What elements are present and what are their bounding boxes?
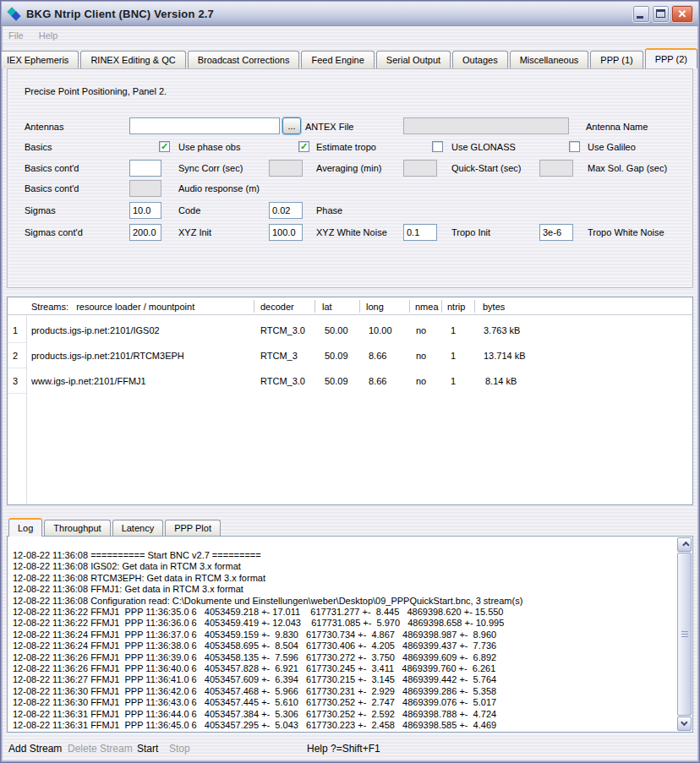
row-mountpoint: www.igs-ip.net:2101/FFMJ1 (31, 376, 146, 386)
tab-rinex-editing-qc[interactable]: RINEX Editing & QC (80, 51, 185, 68)
xyz-init-input[interactable] (129, 224, 161, 241)
header-mountpoint: Streams: resource loader / mountpoint (31, 302, 194, 312)
stream-row-3[interactable]: 3 www.igs-ip.net:2101/FFMJ1 RTCM_3.0 50.… (8, 368, 692, 394)
tab-outages[interactable]: Outages (452, 51, 508, 68)
quick-start-label: Quick-Start (sec) (451, 163, 522, 173)
sigma-phase-label: Phase (316, 205, 342, 215)
row-long: 10.00 (369, 325, 392, 335)
row-decoder: RTCM_3 (260, 351, 298, 361)
tab-ppp-1[interactable]: PPP (1) (590, 51, 643, 68)
antex-file-label: ANTEX File (305, 122, 353, 132)
sync-corr-input[interactable] (129, 160, 161, 177)
tropo-white-noise-input[interactable] (539, 224, 573, 241)
start-button[interactable]: Start (137, 743, 158, 755)
log-output: 12-08-22 11:36:08 ========== Start BNC v… (7, 536, 693, 733)
row-lat: 50.09 (325, 376, 348, 386)
quick-start-input (403, 160, 437, 177)
basics-contd2-label: Basics cont'd (25, 183, 79, 193)
stream-row-1[interactable]: 1 products.igs-ip.net:2101/IGS02 RTCM_3.… (8, 318, 692, 343)
log-line: 12-08-22 11:36:22 FFMJ1 PPP 11:36:35.0 6… (13, 607, 674, 618)
streams-table: Streams: resource loader / mountpoint de… (7, 297, 693, 505)
chevron-up-icon (682, 541, 689, 548)
sync-corr-label: Sync Corr (sec) (178, 163, 243, 173)
help-hint: Help ?=Shift+F1 (307, 743, 380, 755)
header-lat: lat (322, 302, 332, 312)
scroll-down-button[interactable] (677, 717, 692, 731)
tab-serial-output[interactable]: Serial Output (376, 51, 451, 68)
tab-latency[interactable]: Latency (112, 520, 164, 537)
maximize-button[interactable] (652, 5, 670, 23)
row-mountpoint: products.igs-ip.net:2101/IGS02 (31, 325, 160, 335)
antex-browse-button[interactable]: ... (282, 117, 301, 134)
xyz-white-noise-input[interactable] (269, 224, 303, 241)
row-ntrip: 1 (451, 351, 456, 361)
header-bytes: bytes (483, 302, 505, 312)
tropo-init-input[interactable] (403, 224, 437, 241)
row-lat: 50.09 (325, 351, 348, 361)
tab-log[interactable]: Log (8, 518, 42, 537)
log-line: 12-08-22 11:36:31 FFMJ1 PPP 11:36:44.0 6… (13, 709, 674, 720)
tab-ppp-2[interactable]: PPP (2) (645, 48, 697, 68)
ppp2-panel: Precise Point Positioning, Panel 2. Ante… (7, 68, 693, 288)
row-mountpoint: products.igs-ip.net:2101/RTCM3EPH (31, 351, 184, 361)
header-long: long (366, 302, 384, 312)
tropo-white-noise-label: Tropo White Noise (588, 227, 664, 237)
estimate-tropo-checkbox[interactable] (298, 141, 309, 152)
stop-button: Stop (169, 743, 190, 755)
menu-file[interactable]: File (8, 30, 24, 41)
tab-feed-engine[interactable]: Feed Engine (301, 51, 374, 68)
panel-title: Precise Point Positioning, Panel 2. (25, 86, 167, 96)
menu-help[interactable]: Help (39, 30, 58, 41)
add-stream-button[interactable]: Add Stream (8, 743, 62, 755)
chevron-down-icon (681, 718, 687, 725)
use-phase-obs-checkbox[interactable] (159, 141, 170, 152)
streams-table-header: Streams: resource loader / mountpoint de… (8, 297, 692, 315)
row-nmea: no (416, 325, 426, 335)
row-ntrip: 1 (451, 376, 456, 386)
minimize-icon (637, 16, 643, 19)
scroll-up-button[interactable] (677, 537, 692, 552)
row-index: 1 (8, 318, 26, 343)
tab-bar: IEX Ephemeris RINEX Editing & QC Broadca… (2, 49, 699, 68)
tab-rinex-ephemeris[interactable]: IEX Ephemeris (2, 51, 79, 68)
stream-row-2[interactable]: 2 products.igs-ip.net:2101/RTCM3EPH RTCM… (8, 343, 692, 368)
tab-miscellaneous[interactable]: Miscellaneous (510, 51, 589, 68)
averaging-input (269, 160, 303, 177)
row-index: 2 (8, 343, 26, 368)
row-bytes: 8.14 kB (485, 376, 517, 386)
basics-contd1-label: Basics cont'd (25, 163, 79, 173)
log-line: 12-08-22 11:36:27 FFMJ1 PPP 11:36:41.0 6… (13, 674, 674, 685)
use-galileo-checkbox[interactable] (569, 141, 580, 152)
row-long: 8.66 (369, 351, 386, 361)
row-decoder: RTCM_3.0 (260, 376, 305, 386)
scrollbar-thumb[interactable] (677, 553, 692, 716)
close-button[interactable]: ✕ (671, 5, 693, 23)
minimize-button[interactable] (632, 5, 650, 23)
tab-ppp-plot[interactable]: PPP Plot (165, 520, 221, 537)
row-nmea: no (416, 376, 426, 386)
log-line: 12-08-22 11:36:24 FFMJ1 PPP 11:36:37.0 6… (13, 629, 674, 640)
sigmas-label: Sigmas (25, 205, 56, 215)
antenna-name-input (403, 117, 569, 134)
sigma-phase-input[interactable] (269, 202, 303, 219)
basics-label: Basics (25, 142, 52, 152)
max-sol-gap-label: Max Sol. Gap (sec) (588, 163, 667, 173)
use-glonass-checkbox[interactable] (432, 141, 443, 152)
log-line: 12-08-22 11:36:08 FFMJ1: Get data in RTC… (13, 584, 674, 595)
log-line: 12-08-22 11:36:31 FFMJ1 PPP 11:36:45.0 6… (13, 720, 674, 731)
menu-bar: File Help (3, 26, 697, 45)
title-bar: BKG Ntrip Client (BNC) Version 2.7 ✕ (2, 2, 698, 26)
tab-broadcast-corrections[interactable]: Broadcast Corrections (188, 51, 300, 68)
row-decoder: RTCM_3.0 (260, 325, 305, 335)
antennas-input[interactable] (129, 117, 280, 134)
max-sol-gap-input (539, 160, 573, 177)
maximize-icon (656, 9, 665, 18)
row-nmea: no (416, 351, 426, 361)
thumb-grip-icon (681, 631, 688, 638)
row-index: 3 (8, 368, 26, 394)
log-line: 12-08-22 11:36:26 FFMJ1 PPP 11:36:40.0 6… (13, 663, 674, 674)
log-scrollbar[interactable] (677, 537, 692, 731)
header-decoder: decoder (260, 302, 294, 312)
tab-throughput[interactable]: Throughput (44, 520, 110, 537)
sigma-code-input[interactable] (129, 202, 161, 219)
